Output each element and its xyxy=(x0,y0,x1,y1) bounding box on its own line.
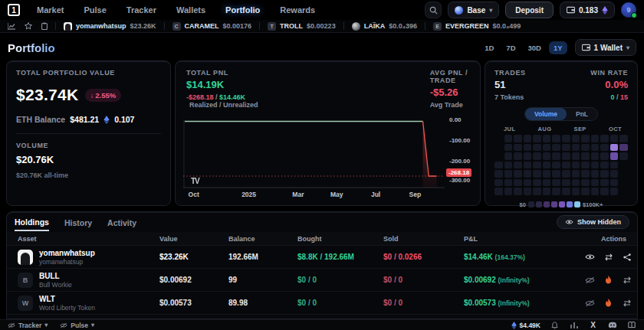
heatmap-cell[interactable] xyxy=(581,179,590,187)
heatmap-cell[interactable] xyxy=(610,170,619,178)
heatmap-cell[interactable] xyxy=(591,135,600,142)
heatmap-cell[interactable] xyxy=(600,144,609,152)
heatmap-cell[interactable] xyxy=(504,188,513,195)
heatmap-cell[interactable] xyxy=(524,152,532,160)
range-30d-button[interactable]: 30D xyxy=(524,41,546,54)
heatmap-cell[interactable] xyxy=(524,144,532,152)
heatmap-cell[interactable] xyxy=(543,152,551,160)
heatmap-cell[interactable] xyxy=(591,170,600,178)
clipboard-icon[interactable] xyxy=(41,22,48,30)
heatmap-cell[interactable] xyxy=(514,170,522,178)
docs-book-icon[interactable] xyxy=(626,320,636,330)
swap-icon[interactable] xyxy=(622,298,632,308)
heatmap-cell[interactable] xyxy=(504,179,513,187)
heatmap-cell[interactable] xyxy=(552,170,560,178)
heatmap-cell[interactable] xyxy=(619,152,628,160)
heatmap-cell[interactable] xyxy=(533,170,541,178)
heatmap-cell[interactable] xyxy=(600,188,609,195)
heatmap-cell[interactable] xyxy=(600,179,609,187)
user-avatar[interactable]: 9 xyxy=(621,2,636,18)
hide-token-eye-icon[interactable] xyxy=(585,252,595,262)
heatmap-cell[interactable] xyxy=(533,152,541,160)
heatmap-cell[interactable] xyxy=(514,179,522,187)
heatmap-cell[interactable] xyxy=(581,162,590,169)
heatmap-cell[interactable] xyxy=(543,179,551,187)
heatmap-cell[interactable] xyxy=(610,162,619,169)
heatmap-cell[interactable] xyxy=(600,152,609,160)
heatmap-cell[interactable] xyxy=(572,135,580,142)
heatmap-cell[interactable] xyxy=(562,144,570,152)
share-icon[interactable] xyxy=(622,252,632,262)
heatmap-cell[interactable] xyxy=(514,135,522,142)
show-hidden-button[interactable]: Show Hidden xyxy=(557,215,629,229)
heatmap-cell[interactable] xyxy=(524,162,532,169)
nav-item-pulse[interactable]: Pulse xyxy=(84,5,106,15)
nav-item-rewards[interactable]: Rewards xyxy=(280,5,315,15)
heatmap-cell[interactable] xyxy=(533,179,541,187)
wallet-selector[interactable]: 1 Wallet ▾ xyxy=(575,39,636,56)
ticker-token[interactable]: T TROLL $0.00223 xyxy=(268,22,336,31)
heatmap-cell[interactable] xyxy=(533,188,541,195)
nav-item-market[interactable]: Market xyxy=(37,5,64,15)
ticker-token[interactable]: LAÏKA $0.0₄396 xyxy=(352,22,417,31)
heatmap-cell[interactable] xyxy=(514,144,522,152)
heatmap-cell[interactable] xyxy=(495,162,503,169)
app-logo[interactable]: 1 xyxy=(8,4,20,16)
table-row[interactable]: W WLT Word Liberty Token $0.00573 89.98 … xyxy=(7,292,637,315)
heatmap-cell[interactable] xyxy=(514,162,522,169)
chain-selector[interactable]: Base ▾ xyxy=(448,2,499,18)
trending-chart-icon[interactable] xyxy=(8,23,15,30)
heatmap-cell[interactable] xyxy=(514,188,522,195)
heatmap-cell[interactable] xyxy=(562,179,570,187)
notifications-bell-icon[interactable] xyxy=(550,320,560,330)
heatmap-cell[interactable] xyxy=(572,144,580,152)
tab-history[interactable]: History xyxy=(64,214,92,230)
burn-fire-icon[interactable] xyxy=(603,275,613,285)
heatmap-cell[interactable] xyxy=(591,144,600,152)
table-row[interactable]: yomanwhatsup yomanwhatsup $23.26K 192.66… xyxy=(7,246,637,269)
heatmap-cell[interactable] xyxy=(495,188,503,195)
discord-icon[interactable] xyxy=(607,320,617,330)
nav-item-tracker[interactable]: Tracker xyxy=(127,5,156,15)
ticker-token[interactable]: yomanwhatsup $23.26K xyxy=(64,22,156,31)
heatmap-cell[interactable] xyxy=(533,144,541,152)
heatmap-cell[interactable] xyxy=(591,162,600,169)
x-twitter-icon[interactable]: X xyxy=(588,320,598,330)
heatmap-cell[interactable] xyxy=(524,135,532,142)
heatmap-cell[interactable] xyxy=(543,135,551,142)
heatmap-cell[interactable] xyxy=(610,152,619,160)
swap-icon[interactable] xyxy=(622,275,632,285)
heatmap-cell[interactable] xyxy=(591,188,600,195)
heatmap-cell[interactable] xyxy=(562,152,570,160)
heatmap-cell[interactable] xyxy=(572,179,580,187)
tab-holdings[interactable]: Holdings xyxy=(15,213,49,231)
star-icon[interactable] xyxy=(25,22,32,30)
heatmap-cell[interactable] xyxy=(552,188,560,195)
ticker-token[interactable]: E EVERGREEN $0.0₄499 xyxy=(433,22,521,31)
heatmap-cell[interactable] xyxy=(610,135,619,142)
heatmap-cell[interactable] xyxy=(504,152,513,160)
heatmap-cell[interactable] xyxy=(600,135,609,142)
heatmap-cell[interactable] xyxy=(495,179,503,187)
heatmap-cell[interactable] xyxy=(562,135,570,142)
gas-eth-value[interactable]: $4.49K xyxy=(511,322,540,329)
heatmap-cell[interactable] xyxy=(600,162,609,169)
heatmap-cell[interactable] xyxy=(514,152,522,160)
deposit-button[interactable]: Deposit xyxy=(505,2,554,18)
heatmap-cell[interactable] xyxy=(552,135,560,142)
range-1d-button[interactable]: 1D xyxy=(480,41,498,54)
heatmap-cell[interactable] xyxy=(533,162,541,169)
heatmap-cell[interactable] xyxy=(600,170,609,178)
heatmap-cell[interactable] xyxy=(543,144,551,152)
heatmap-cell[interactable] xyxy=(504,170,513,178)
tab-activity[interactable]: Activity xyxy=(107,214,136,230)
eye-off-icon[interactable] xyxy=(585,298,595,308)
heatmap-cell[interactable] xyxy=(543,162,551,169)
table-row[interactable]: B BULL Bull Workie $0.00692 99 $0 / 0 $0… xyxy=(7,269,637,292)
heatmap-cell[interactable] xyxy=(552,162,560,169)
heatmap-cell[interactable] xyxy=(562,170,570,178)
ticker-token[interactable]: C CARAMEL $0.00176 xyxy=(172,22,252,31)
heatmap-cell[interactable] xyxy=(552,144,560,152)
heatmap-cell[interactable] xyxy=(581,188,590,195)
heatmap-cell[interactable] xyxy=(495,170,503,178)
